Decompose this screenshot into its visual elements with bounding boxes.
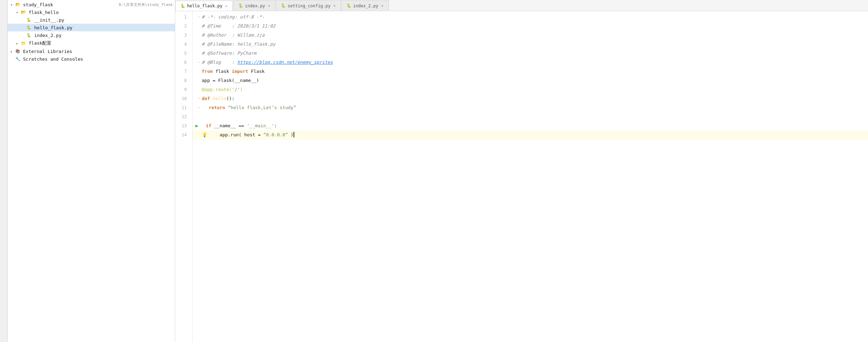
line-content-2: # @Time : 2020/3/1 11:02 — [202, 22, 275, 31]
line-content-8: app = Flask(__name__) — [202, 76, 259, 85]
lightbulb-14[interactable]: 💡 — [202, 130, 207, 139]
line-number-5: 5 — [175, 49, 190, 58]
tab-label-hello_flask: hello_flask.py — [187, 3, 222, 8]
line-number-9: 9 — [175, 85, 190, 94]
python-icon — [27, 25, 33, 30]
tab-label-setting_config: setting_config.py — [288, 3, 331, 8]
line-number-7: 7 — [175, 67, 190, 76]
item-label-__init__.py: __init__.py — [34, 17, 173, 23]
blog-link[interactable]: https://blog.csdn.net/enemy_sprites — [237, 60, 333, 65]
python-icon — [27, 17, 33, 23]
arrow-study_flask — [10, 3, 15, 7]
scratches-icon — [15, 56, 22, 62]
code-line-2: # @Time : 2020/3/1 11:02 — [193, 22, 868, 31]
editor-area: 🐍hello_flask.py×🐍index.py×🐍setting_confi… — [175, 0, 868, 342]
tab-setting_config[interactable]: 🐍setting_config.py× — [276, 0, 341, 11]
line-content-13: if __name__ == '__main__': — [206, 121, 277, 130]
line-number-13: 13 — [175, 121, 190, 130]
code-line-7: from flask import Flask — [193, 67, 868, 76]
line-number-4: 4 — [175, 40, 190, 49]
code-lines[interactable]: −# -*- coding: utf-8 -*-# @Time : 2020/3… — [193, 11, 868, 342]
folder-icon — [21, 40, 27, 46]
line-number-12: 12 — [175, 112, 190, 121]
code-line-10: −def hello(): — [193, 94, 868, 103]
tab-close-hello_flask[interactable]: × — [225, 4, 228, 8]
sidebar-item-flask_hello[interactable]: flask_hello — [8, 8, 175, 16]
arrow-flask_hello — [16, 10, 21, 14]
line-number-6: 6 — [175, 58, 190, 67]
item-label-study_flask: study_flask — [23, 2, 117, 7]
sidebar-item-study_flask[interactable]: study_flaskD:\共享文件夹\study_flask — [8, 1, 175, 8]
tab-index_py[interactable]: 🐍index.py× — [233, 0, 275, 11]
line-content-3: # @Author : Willam.zja — [202, 31, 265, 40]
line-content-7: from flask import Flask — [202, 67, 265, 76]
tab-icon-index_py: 🐍 — [238, 3, 243, 8]
code-line-3: # @Author : Willam.zja — [193, 31, 868, 40]
line-content-1: # -*- coding: utf-8 -*- — [202, 13, 265, 22]
tab-hello_flask[interactable]: 🐍hello_flask.py× — [175, 1, 233, 11]
sidebar: study_flaskD:\共享文件夹\study_flaskflask_hel… — [8, 0, 175, 342]
tab-index_2[interactable]: 🐍index_2.py× — [341, 0, 389, 11]
tab-icon-hello_flask: 🐍 — [180, 4, 185, 8]
arrow-external-libraries — [10, 50, 15, 53]
fold-gutter-6[interactable]: − — [196, 58, 202, 67]
line-content-9: @app.route('/') — [202, 85, 243, 94]
tab-label-index_2: index_2.py — [353, 3, 378, 8]
item-label-flask_hello: flask_hello — [29, 10, 173, 15]
python-icon — [27, 32, 33, 38]
code-line-8: app = Flask(__name__) — [193, 76, 868, 85]
tab-icon-setting_config: 🐍 — [281, 3, 286, 8]
sidebar-item-index_2.py[interactable]: index_2.py — [8, 31, 175, 39]
item-label-hello_flask.py: hello_flask.py — [34, 25, 173, 30]
code-line-1: −# -*- coding: utf-8 -*- — [193, 13, 868, 22]
line-content-6: # @Blog : https://blog.csdn.net/enemy_sp… — [202, 58, 333, 67]
arrow-flask-config — [16, 41, 21, 45]
item-path-study_flask: D:\共享文件夹\study_flask — [119, 2, 173, 7]
code-line-4: # @FileName: hello_flask.py — [193, 40, 868, 49]
line-numbers: 1234567891011121314 — [175, 11, 193, 342]
sidebar-item-scratches[interactable]: Scratches and Consoles — [8, 55, 175, 63]
item-label-flask-config: flask配置 — [29, 40, 173, 46]
code-line-11: −return “hello flask,Let’s study” — [193, 103, 868, 112]
fold-gutter-1[interactable]: − — [196, 13, 202, 22]
sidebar-item-flask-config[interactable]: flask配置 — [8, 39, 175, 47]
code-line-14: 💡 app.run( host = “0.0.0.0” ) — [193, 130, 868, 139]
line-content-10: def hello(): — [202, 94, 235, 103]
line-number-8: 8 — [175, 76, 190, 85]
sidebar-item-__init__.py[interactable]: __init__.py — [8, 16, 175, 24]
line-number-11: 11 — [175, 103, 190, 112]
code-line-9: @app.route('/') — [193, 85, 868, 94]
line-number-3: 3 — [175, 31, 190, 40]
code-line-6: −# @Blog : https://blog.csdn.net/enemy_s… — [193, 58, 868, 67]
fold-gutter-11[interactable]: − — [196, 103, 202, 112]
line-content-5: # @Software: PyCharm — [202, 49, 257, 58]
line-content-11: return “hello flask,Let’s study” — [202, 103, 296, 112]
item-label-scratches: Scratches and Consoles — [23, 56, 173, 62]
ext-lib-icon — [15, 48, 22, 54]
tab-label-index_py: index.py — [245, 3, 265, 8]
line-number-14: 14 — [175, 130, 190, 139]
code-line-5: # @Software: PyCharm — [193, 49, 868, 58]
line-number-2: 2 — [175, 22, 190, 31]
tab-bar: 🐍hello_flask.py×🐍index.py×🐍setting_confi… — [175, 0, 868, 11]
folder-open-icon — [15, 2, 22, 7]
line-content-4: # @FileName: hello_flask.py — [202, 40, 275, 49]
project-tab[interactable] — [0, 0, 8, 342]
tab-close-index_2[interactable]: × — [381, 3, 384, 8]
sidebar-item-hello_flask.py[interactable]: hello_flask.py — [8, 24, 175, 31]
fold-gutter-10[interactable]: − — [196, 94, 202, 103]
folder-open-icon — [21, 9, 27, 15]
run-indicator-13[interactable]: ▶ — [195, 121, 198, 130]
code-line-13: ▶if __name__ == '__main__': — [193, 121, 868, 130]
tab-close-setting_config[interactable]: × — [333, 3, 336, 8]
item-label-external-libraries: External Libraries — [23, 49, 173, 54]
tab-icon-index_2: 🐍 — [347, 3, 351, 8]
line-number-10: 10 — [175, 94, 190, 103]
code-line-12 — [193, 112, 868, 121]
item-label-index_2.py: index_2.py — [34, 33, 173, 38]
tab-close-index_py[interactable]: × — [268, 3, 270, 8]
line-number-1: 1 — [175, 13, 190, 22]
code-container: 1234567891011121314 −# -*- coding: utf-8… — [175, 11, 868, 342]
sidebar-item-external-libraries[interactable]: External Libraries — [8, 47, 175, 55]
line-content-14: app.run( host = “0.0.0.0” ) — [209, 130, 294, 139]
